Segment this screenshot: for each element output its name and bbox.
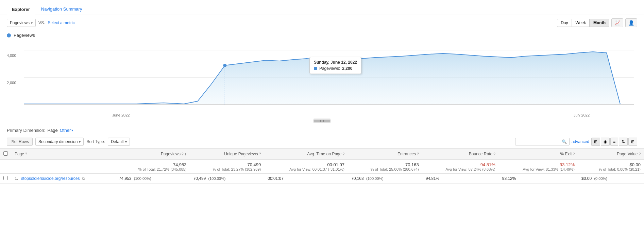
row-1-entrances-val: 70,163 <box>351 176 364 181</box>
tabs-bar: Explorer Navigation Summary <box>0 3 644 15</box>
th-page-value-help-icon[interactable]: ? <box>639 152 641 156</box>
th-page-label: Page <box>15 152 24 156</box>
table-header-row: Page ? Pageviews ? ↓ Unique Pageviews ? <box>0 149 644 160</box>
tab-navigation-summary[interactable]: Navigation Summary <box>36 4 87 14</box>
row-1-unique-pct: (100.00%) <box>208 176 226 181</box>
th-page-value-label: Page Value <box>617 152 638 156</box>
bar-view-btn[interactable]: ⇅ <box>619 138 628 146</box>
row-1-checkbox[interactable] <box>3 176 8 180</box>
grid-view-btn[interactable]: ⊞ <box>591 138 600 146</box>
month-button[interactable]: Month <box>590 19 609 27</box>
row-1-page-value-pct: (0.00%) <box>594 176 607 181</box>
table-controls: Plot Rows Secondary dimension ▾ Sort Typ… <box>0 136 644 148</box>
totals-pageviews-cell: 74,953 % of Total: 21.72% (345,085) <box>116 160 190 174</box>
th-entrances-label: Entrances <box>397 152 416 156</box>
totals-checkbox-cell <box>0 160 11 174</box>
row-1-num: 1. <box>15 176 18 181</box>
th-entrances-help-icon[interactable]: ? <box>417 152 419 156</box>
other-dropdown-arrow-icon: ▾ <box>71 128 73 132</box>
data-table: Page ? Pageviews ? ↓ Unique Pageviews ? <box>0 148 644 184</box>
th-page-value: Page Value ? <box>578 149 644 160</box>
row-1-exit-cell: 93.12% <box>499 174 578 184</box>
chart-legend: Pageviews <box>0 31 644 40</box>
view-icons: ⊞ ◉ ≡ ⇅ ⊞ <box>591 138 637 146</box>
totals-page-value-cell: $0.00 % of Total: 0.00% ($0.21) <box>578 160 644 174</box>
totals-bounce-sub: Avg for View: 87.24% (8.68%) <box>426 167 495 171</box>
x-label-july: July 2022 <box>574 113 590 117</box>
week-button[interactable]: Week <box>572 19 590 27</box>
th-avg-time: Avg. Time on Page ? <box>264 149 348 160</box>
search-box[interactable]: 🔍 <box>515 138 570 145</box>
totals-page-value-val: $0.00 <box>629 162 641 167</box>
th-checkbox <box>0 149 11 160</box>
right-controls: Day Week Month 📈 👤 <box>557 18 637 27</box>
totals-pageviews-val: 74,953 <box>173 162 187 167</box>
secondary-dim-arrow-icon: ▾ <box>79 140 81 144</box>
totals-exit-val: 93.12% <box>560 162 575 167</box>
row-1-exit-val: 93.12% <box>502 176 516 181</box>
tooltip-value: Pageviews: 2,200 <box>314 66 357 71</box>
th-pct-exit: % Exit ? <box>499 149 578 160</box>
legend-dot <box>7 33 11 37</box>
th-bounce-help-icon[interactable]: ? <box>493 152 495 156</box>
tooltip-color-box <box>314 67 317 70</box>
primary-dim-page: Page <box>47 128 57 133</box>
primary-dimension-bar: Primary Dimension: Page Other ▾ <box>0 125 644 136</box>
th-pageviews: Pageviews ? ↓ <box>116 149 190 160</box>
line-chart-icon-btn[interactable]: 📈 <box>611 18 623 27</box>
chart-controls: Pageviews ▾ VS. Select a metric Day Week… <box>0 15 644 31</box>
metric-dropdown[interactable]: Pageviews ▾ <box>7 19 36 27</box>
row-1-bounce-val: 94.81% <box>426 176 440 181</box>
secondary-dim-dropdown[interactable]: Secondary dimension ▾ <box>35 138 84 146</box>
totals-entrances-val: 70,163 <box>405 162 419 167</box>
sort-type-label: Sort Type: <box>86 139 105 144</box>
th-unique-label: Unique Pageviews <box>224 152 258 156</box>
totals-exit-sub: Avg for View: 81.33% (14.49%) <box>502 167 575 171</box>
dropdown-arrow-icon: ▾ <box>31 21 33 25</box>
tooltip-date: Sunday, June 12, 2022 <box>314 60 357 65</box>
th-pageviews-help-icon[interactable]: ? <box>182 152 184 156</box>
pie-view-btn[interactable]: ◉ <box>601 138 610 146</box>
tooltip-metric-value: 2,200 <box>342 66 352 71</box>
row-1-pageviews-val: 74,953 <box>119 176 132 181</box>
advanced-link[interactable]: advanced <box>572 139 589 144</box>
row-1-checkbox-cell <box>0 174 11 184</box>
table-controls-left: Plot Rows Secondary dimension ▾ Sort Typ… <box>7 138 130 146</box>
row-1-copy-icon[interactable]: ⧉ <box>82 176 85 181</box>
sort-type-dropdown[interactable]: Default ▾ <box>108 138 130 146</box>
totals-exit-cell: 93.12% Avg for View: 81.33% (14.49%) <box>499 160 578 174</box>
totals-avg-time-sub: Avg for View: 00:01:37 (-31.01%) <box>268 167 344 171</box>
th-pageviews-sort-icon[interactable]: ↓ <box>185 152 187 156</box>
sort-default-label: Default <box>111 139 124 144</box>
list-view-btn[interactable]: ≡ <box>610 138 618 146</box>
tooltip-metric-label: Pageviews: <box>319 66 340 71</box>
scroll-area <box>0 117 644 125</box>
totals-page-cell <box>11 160 116 174</box>
pie-chart-icon-btn[interactable]: 👤 <box>625 18 637 27</box>
th-unique-pageviews: Unique Pageviews ? <box>190 149 265 160</box>
day-button[interactable]: Day <box>557 19 572 27</box>
row-1-entrances-pct: (100.00%) <box>366 176 384 181</box>
th-page-help-icon[interactable]: ? <box>25 152 27 156</box>
totals-avg-time-val: 00:01:07 <box>327 162 344 167</box>
chart-tooltip: Sunday, June 12, 2022 Pageviews: 2,200 <box>309 57 361 74</box>
totals-bounce-val: 94.81% <box>480 162 495 167</box>
primary-dim-other[interactable]: Other ▾ <box>60 128 73 133</box>
th-bounce-label: Bounce Rate <box>469 152 492 156</box>
select-all-checkbox[interactable] <box>3 151 8 156</box>
search-input[interactable] <box>518 139 562 144</box>
select-metric-link[interactable]: Select a metric <box>48 20 74 25</box>
x-label-june: June 2022 <box>112 113 130 117</box>
th-exit-help-icon[interactable]: ? <box>573 152 575 156</box>
th-avg-time-help-icon[interactable]: ? <box>342 152 344 156</box>
scroll-handle[interactable] <box>313 119 331 123</box>
row-1-page-link[interactable]: stopsoldiersuicide.org/resources <box>21 176 80 181</box>
tab-explorer[interactable]: Explorer <box>7 4 35 15</box>
totals-row: 74,953 % of Total: 21.72% (345,085) 70,4… <box>0 160 644 174</box>
plot-rows-button[interactable]: Plot Rows <box>7 138 33 146</box>
th-pageviews-label: Pageviews <box>161 152 181 156</box>
secondary-dim-label: Secondary dimension <box>38 139 78 144</box>
th-avg-time-label: Avg. Time on Page <box>307 152 341 156</box>
compare-view-btn[interactable]: ⊞ <box>628 138 637 146</box>
th-unique-help-icon[interactable]: ? <box>259 152 261 156</box>
